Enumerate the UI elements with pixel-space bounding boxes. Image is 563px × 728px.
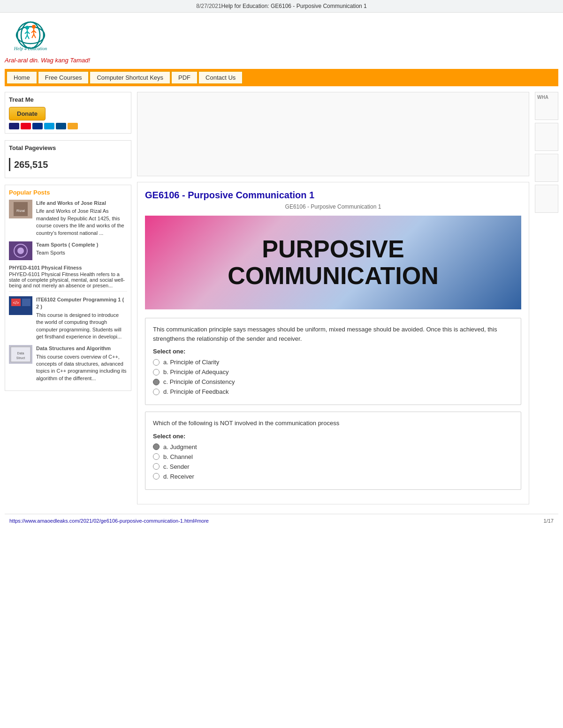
svg-text:Data: Data xyxy=(17,352,24,355)
post-thumb-sports xyxy=(9,241,32,260)
radio-q2-b[interactable] xyxy=(153,453,160,460)
svg-line-8 xyxy=(27,35,29,39)
pageviews-number: 265,515 xyxy=(14,159,48,170)
popular-posts-title: Popular Posts xyxy=(9,189,127,196)
site-footer: https://www.amaoedleaks.com/2021/02/ge61… xyxy=(5,514,558,527)
footer-url: https://www.amaoedleaks.com/2021/02/ge61… xyxy=(9,518,209,524)
browser-bar: 8/27/2021 Help for Education: GE6106 - P… xyxy=(0,0,563,13)
post-text-sports: Team Sports ( Complete ) Team Sports xyxy=(36,241,98,257)
site-header: Help 4 Education Aral-aral din. Wag kang… xyxy=(5,13,558,69)
list-item: Data Struct Data Structures and Algorith… xyxy=(9,345,127,382)
option-label-q2-c: c. Sender xyxy=(163,463,190,470)
option-label-q2-d: d. Receiver xyxy=(163,473,194,480)
right-widget-3 xyxy=(535,154,558,182)
list-item: </> ITE6102 Computer Programming 1 ( 2 )… xyxy=(9,296,127,340)
course-article: GE6106 - Purposive Communication 1 GE610… xyxy=(137,182,529,504)
nav-item-pdf[interactable]: PDF xyxy=(171,71,198,84)
radio-q2-a[interactable] xyxy=(153,443,160,450)
browser-title: Help for Education: GE6106 - Purposive C… xyxy=(221,3,367,9)
post-title-phyed[interactable]: PHYED-6101 Physical Fitness xyxy=(9,265,127,270)
donate-button[interactable]: Donate xyxy=(9,107,46,120)
post-thumb-rizal: Rizal xyxy=(9,200,32,218)
sports-thumb-img xyxy=(9,241,32,260)
payment-icons xyxy=(9,123,127,129)
svg-line-14 xyxy=(34,34,36,38)
radio-q2-c[interactable] xyxy=(153,463,160,470)
post-title-ite[interactable]: ITE6102 Computer Programming 1 ( 2 ) xyxy=(36,296,127,311)
post-excerpt-rizal: Life and Works of Jose Rizal As mandated… xyxy=(36,208,124,235)
radio-q1-a[interactable] xyxy=(153,359,160,366)
post-title-sports[interactable]: Team Sports ( Complete ) xyxy=(36,241,98,248)
post-excerpt-phyed: PHYED-6101 Physical Fitness Health refer… xyxy=(9,271,125,288)
post-excerpt-data: This course covers overview of C++, conc… xyxy=(36,354,127,381)
answer-option[interactable]: c. Principle of Consistency xyxy=(153,378,513,385)
pageviews-widget: Total Pageviews 265,515 xyxy=(5,140,131,178)
nav-bar: Home Free Courses Computer Shortcut Keys… xyxy=(5,69,558,86)
right-widget-2 xyxy=(535,123,558,151)
post-excerpt-ite: This course is designed to introduce the… xyxy=(36,312,122,339)
post-thumb-data: Data Struct xyxy=(9,345,32,364)
svg-point-21 xyxy=(17,248,24,254)
svg-text:Rizal: Rizal xyxy=(16,209,25,213)
list-item: Team Sports ( Complete ) Team Sports xyxy=(9,241,127,260)
pageviews-title: Total Pageviews xyxy=(9,144,127,151)
radio-q1-d[interactable] xyxy=(153,389,160,395)
course-breadcrumb: GE6106 - Purposive Communication 1 xyxy=(145,203,521,210)
nav-item-free-courses[interactable]: Free Courses xyxy=(38,71,89,84)
svg-rect-25 xyxy=(22,299,30,306)
svg-point-9 xyxy=(32,25,36,29)
option-label-q2-a: a. Judgment xyxy=(163,443,197,450)
answer-option[interactable]: d. Receiver xyxy=(153,473,513,480)
browser-date: 8/27/2021 xyxy=(196,3,221,9)
nav-item-contact-us[interactable]: Contact Us xyxy=(198,71,243,84)
answer-option[interactable]: a. Principle of Clarity xyxy=(153,359,513,366)
course-banner-text: PURPOSIVE COMMUNICATION xyxy=(228,236,439,289)
right-widget-4 xyxy=(535,185,558,213)
question-text-2: Which of the following is NOT involved i… xyxy=(153,419,513,428)
answer-option[interactable]: d. Principle of Feedback xyxy=(153,388,513,395)
pageviews-count: 265,515 xyxy=(9,155,127,174)
svg-point-1 xyxy=(21,22,40,48)
nav-item-home[interactable]: Home xyxy=(7,71,37,84)
svg-text:Help 4 Education: Help 4 Education xyxy=(14,46,47,51)
rizal-thumb-img: Rizal xyxy=(9,200,32,218)
main-content: GE6106 - Purposive Communication 1 GE610… xyxy=(137,92,529,504)
post-title-rizal[interactable]: Life and Works of Jose Rizal xyxy=(36,200,127,207)
radio-q2-d[interactable] xyxy=(153,473,160,480)
answer-option[interactable]: b. Principle of Adequacy xyxy=(153,368,513,375)
option-label-q1-c: c. Principle of Consistency xyxy=(163,378,235,385)
radio-q1-b[interactable] xyxy=(153,369,160,375)
paypal-icon xyxy=(32,123,43,129)
post-title-data[interactable]: Data Structures and Algorithm xyxy=(36,345,127,352)
right-widget-label: WHA xyxy=(537,95,548,100)
list-item: PHYED-6101 Physical Fitness PHYED-6101 P… xyxy=(9,265,127,292)
nav-item-shortcut-keys[interactable]: Computer Shortcut Keys xyxy=(90,71,170,84)
mastercard-icon xyxy=(21,123,31,129)
other-icon xyxy=(68,123,78,129)
treat-me-widget: Treat Me Donate xyxy=(5,92,131,134)
sidebar: Treat Me Donate Total Pageviews 265,515 xyxy=(5,92,131,398)
select-one-label-2: Select one: xyxy=(153,433,513,440)
right-widget-1: WHA xyxy=(535,92,558,120)
svg-line-13 xyxy=(32,34,34,38)
post-text-rizal: Life and Works of Jose Rizal Life and Wo… xyxy=(36,200,127,237)
svg-line-7 xyxy=(25,35,27,39)
option-label-q1-d: d. Principle of Feedback xyxy=(163,388,228,395)
svg-point-3 xyxy=(25,26,29,30)
svg-text:</>: </> xyxy=(13,300,19,305)
course-title: GE6106 - Purposive Communication 1 xyxy=(145,190,521,201)
answer-option[interactable]: a. Judgment xyxy=(153,443,513,450)
post-thumb-computer: </> xyxy=(9,296,32,315)
question-text-1: This communication principle says messag… xyxy=(153,325,513,343)
footer-page: 1/17 xyxy=(544,518,554,524)
quiz-question-2: Which of the following is NOT involved i… xyxy=(145,412,521,490)
answer-option[interactable]: c. Sender xyxy=(153,463,513,470)
ad-area xyxy=(137,92,529,176)
answer-option[interactable]: b. Channel xyxy=(153,453,513,460)
course-banner: PURPOSIVE COMMUNICATION xyxy=(145,216,521,309)
logo-area: Help 4 Education xyxy=(5,17,558,55)
tagline: Aral-aral din. Wag kang Tamad! xyxy=(5,55,558,67)
radio-q1-c[interactable] xyxy=(153,379,160,385)
option-label-q1-b: b. Principle of Adequacy xyxy=(163,368,228,375)
treat-me-title: Treat Me xyxy=(9,96,127,103)
